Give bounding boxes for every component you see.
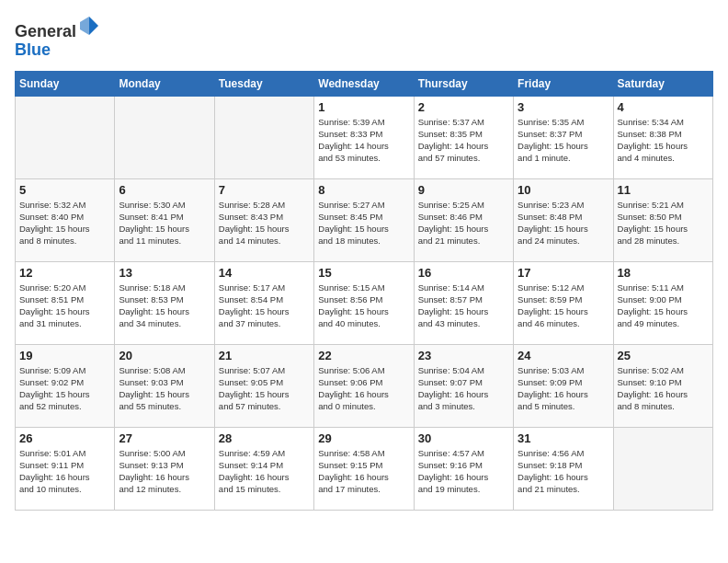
day-info: Sunrise: 5:18 AM Sunset: 8:53 PM Dayligh… [119, 282, 210, 330]
calendar-cell: 28Sunrise: 4:59 AM Sunset: 9:14 PM Dayli… [214, 427, 313, 510]
day-number: 6 [119, 183, 210, 197]
day-info: Sunrise: 5:15 AM Sunset: 8:56 PM Dayligh… [318, 282, 409, 330]
calendar-cell: 29Sunrise: 4:58 AM Sunset: 9:15 PM Dayli… [314, 427, 414, 510]
day-info: Sunrise: 5:25 AM Sunset: 8:46 PM Dayligh… [418, 199, 509, 247]
page-header: General Blue [15, 15, 713, 60]
weekday-header: Saturday [613, 71, 712, 96]
day-number: 22 [318, 349, 409, 362]
calendar-cell: 16Sunrise: 5:14 AM Sunset: 8:57 PM Dayli… [414, 261, 513, 344]
day-number: 31 [518, 431, 609, 445]
day-number: 17 [518, 266, 609, 280]
day-number: 1 [318, 100, 409, 114]
calendar-cell: 1Sunrise: 5:39 AM Sunset: 8:33 PM Daylig… [314, 96, 414, 178]
day-info: Sunrise: 5:27 AM Sunset: 8:45 PM Dayligh… [318, 199, 409, 247]
day-number: 5 [19, 183, 110, 197]
day-number: 21 [219, 349, 310, 362]
day-number: 4 [618, 100, 709, 114]
calendar-cell: 3Sunrise: 5:35 AM Sunset: 8:37 PM Daylig… [514, 96, 613, 178]
day-info: Sunrise: 5:08 AM Sunset: 9:03 PM Dayligh… [119, 364, 210, 413]
day-number: 30 [418, 431, 509, 445]
day-number: 23 [418, 349, 509, 362]
calendar-cell: 26Sunrise: 5:01 AM Sunset: 9:11 PM Dayli… [16, 427, 115, 510]
day-number: 3 [518, 100, 609, 114]
calendar-cell [16, 96, 115, 178]
day-number: 19 [19, 349, 110, 362]
day-number: 12 [19, 266, 110, 280]
day-info: Sunrise: 5:37 AM Sunset: 8:35 PM Dayligh… [418, 116, 509, 165]
calendar-cell: 14Sunrise: 5:17 AM Sunset: 8:54 PM Dayli… [214, 261, 313, 344]
day-info: Sunrise: 5:09 AM Sunset: 9:02 PM Dayligh… [19, 364, 110, 413]
day-number: 27 [119, 431, 210, 445]
day-info: Sunrise: 5:12 AM Sunset: 8:59 PM Dayligh… [518, 282, 609, 330]
day-info: Sunrise: 5:17 AM Sunset: 8:54 PM Dayligh… [219, 282, 310, 330]
weekday-header: Friday [514, 71, 613, 96]
day-info: Sunrise: 5:39 AM Sunset: 8:33 PM Dayligh… [318, 116, 409, 165]
day-number: 18 [618, 266, 709, 280]
calendar-week-row: 12Sunrise: 5:20 AM Sunset: 8:51 PM Dayli… [16, 261, 713, 344]
calendar-cell: 13Sunrise: 5:18 AM Sunset: 8:53 PM Dayli… [115, 261, 214, 344]
day-number: 8 [318, 183, 409, 197]
day-number: 9 [418, 183, 509, 197]
calendar-cell: 24Sunrise: 5:03 AM Sunset: 9:09 PM Dayli… [514, 344, 613, 427]
day-number: 20 [119, 349, 210, 362]
day-number: 15 [318, 266, 409, 280]
calendar-cell: 19Sunrise: 5:09 AM Sunset: 9:02 PM Dayli… [16, 344, 115, 427]
logo: General Blue [15, 15, 100, 60]
calendar-cell: 11Sunrise: 5:21 AM Sunset: 8:50 PM Dayli… [613, 178, 712, 261]
day-info: Sunrise: 4:58 AM Sunset: 9:15 PM Dayligh… [318, 447, 409, 496]
calendar-cell: 30Sunrise: 4:57 AM Sunset: 9:16 PM Dayli… [414, 427, 513, 510]
day-info: Sunrise: 5:28 AM Sunset: 8:43 PM Dayligh… [219, 199, 310, 247]
day-info: Sunrise: 5:23 AM Sunset: 8:48 PM Dayligh… [518, 199, 609, 247]
day-number: 2 [418, 100, 509, 114]
calendar-cell [613, 427, 712, 510]
calendar-week-row: 26Sunrise: 5:01 AM Sunset: 9:11 PM Dayli… [16, 427, 713, 510]
calendar-cell: 15Sunrise: 5:15 AM Sunset: 8:56 PM Dayli… [314, 261, 414, 344]
day-number: 29 [318, 431, 409, 445]
calendar-cell: 8Sunrise: 5:27 AM Sunset: 8:45 PM Daylig… [314, 178, 414, 261]
day-number: 26 [19, 431, 110, 445]
weekday-header: Tuesday [214, 71, 313, 96]
calendar-cell: 22Sunrise: 5:06 AM Sunset: 9:06 PM Dayli… [314, 344, 414, 427]
calendar-cell: 27Sunrise: 5:00 AM Sunset: 9:13 PM Dayli… [115, 427, 214, 510]
day-number: 13 [119, 266, 210, 280]
calendar-cell: 9Sunrise: 5:25 AM Sunset: 8:46 PM Daylig… [414, 178, 513, 261]
calendar-body: 1Sunrise: 5:39 AM Sunset: 8:33 PM Daylig… [16, 96, 713, 510]
day-number: 25 [618, 349, 709, 362]
day-info: Sunrise: 5:02 AM Sunset: 9:10 PM Dayligh… [618, 364, 709, 413]
weekday-header: Sunday [16, 71, 115, 96]
calendar-cell: 20Sunrise: 5:08 AM Sunset: 9:03 PM Dayli… [115, 344, 214, 427]
calendar-cell: 31Sunrise: 4:56 AM Sunset: 9:18 PM Dayli… [514, 427, 613, 510]
calendar-cell: 23Sunrise: 5:04 AM Sunset: 9:07 PM Dayli… [414, 344, 513, 427]
day-info: Sunrise: 5:14 AM Sunset: 8:57 PM Dayligh… [418, 282, 509, 330]
calendar-cell: 10Sunrise: 5:23 AM Sunset: 8:48 PM Dayli… [514, 178, 613, 261]
calendar-cell: 12Sunrise: 5:20 AM Sunset: 8:51 PM Dayli… [16, 261, 115, 344]
day-info: Sunrise: 5:01 AM Sunset: 9:11 PM Dayligh… [19, 447, 110, 496]
day-number: 11 [618, 183, 709, 197]
calendar-cell: 17Sunrise: 5:12 AM Sunset: 8:59 PM Dayli… [514, 261, 613, 344]
day-info: Sunrise: 5:06 AM Sunset: 9:06 PM Dayligh… [318, 364, 409, 413]
svg-marker-0 [89, 17, 98, 35]
calendar-cell [214, 96, 313, 178]
day-info: Sunrise: 5:35 AM Sunset: 8:37 PM Dayligh… [518, 116, 609, 165]
calendar-cell [115, 96, 214, 178]
calendar-table: SundayMondayTuesdayWednesdayThursdayFrid… [15, 71, 713, 511]
day-info: Sunrise: 4:56 AM Sunset: 9:18 PM Dayligh… [518, 447, 609, 496]
day-number: 16 [418, 266, 509, 280]
calendar-cell: 2Sunrise: 5:37 AM Sunset: 8:35 PM Daylig… [414, 96, 513, 178]
day-info: Sunrise: 5:03 AM Sunset: 9:09 PM Dayligh… [518, 364, 609, 413]
logo-blue: Blue [15, 40, 51, 59]
day-info: Sunrise: 5:34 AM Sunset: 8:38 PM Dayligh… [618, 116, 709, 165]
weekday-header: Wednesday [314, 71, 414, 96]
calendar-week-row: 19Sunrise: 5:09 AM Sunset: 9:02 PM Dayli… [16, 344, 713, 427]
day-info: Sunrise: 5:07 AM Sunset: 9:05 PM Dayligh… [219, 364, 310, 413]
calendar-cell: 5Sunrise: 5:32 AM Sunset: 8:40 PM Daylig… [16, 178, 115, 261]
day-info: Sunrise: 5:20 AM Sunset: 8:51 PM Dayligh… [19, 282, 110, 330]
day-info: Sunrise: 5:21 AM Sunset: 8:50 PM Dayligh… [618, 199, 709, 247]
day-number: 24 [518, 349, 609, 362]
calendar-cell: 18Sunrise: 5:11 AM Sunset: 9:00 PM Dayli… [613, 261, 712, 344]
day-info: Sunrise: 5:32 AM Sunset: 8:40 PM Dayligh… [19, 199, 110, 247]
weekday-header: Monday [115, 71, 214, 96]
day-number: 14 [219, 266, 310, 280]
day-number: 10 [518, 183, 609, 197]
weekday-header: Thursday [414, 71, 513, 96]
